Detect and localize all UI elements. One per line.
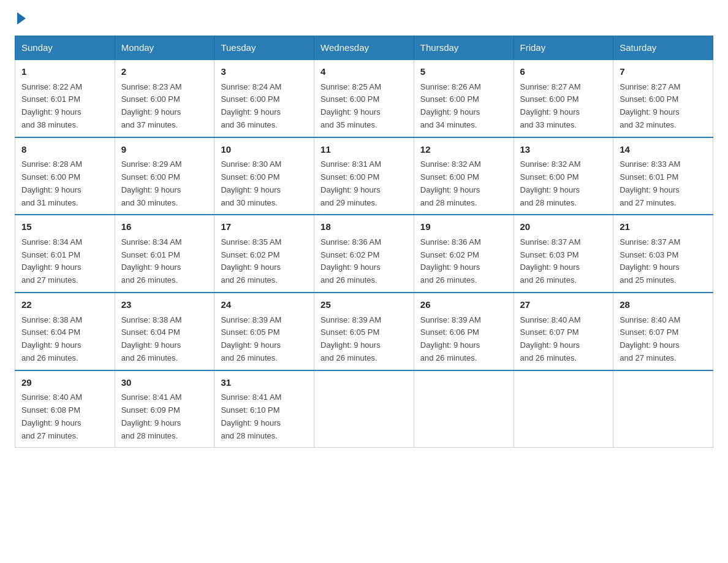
calendar-cell: 8Sunrise: 8:28 AMSunset: 6:00 PMDaylight… — [15, 137, 115, 215]
logo — [15, 15, 26, 25]
calendar-day-header: Sunday — [15, 36, 115, 60]
calendar-table: SundayMondayTuesdayWednesdayThursdayFrid… — [15, 36, 713, 448]
day-info: Sunrise: 8:41 AMSunset: 6:09 PMDaylight:… — [121, 391, 208, 442]
calendar-cell: 21Sunrise: 8:37 AMSunset: 6:03 PMDayligh… — [613, 215, 713, 293]
day-number: 1 — [21, 65, 108, 79]
calendar-cell: 17Sunrise: 8:35 AMSunset: 6:02 PMDayligh… — [214, 215, 314, 293]
day-info: Sunrise: 8:37 AMSunset: 6:03 PMDaylight:… — [620, 236, 707, 287]
day-info: Sunrise: 8:32 AMSunset: 6:00 PMDaylight:… — [420, 158, 507, 209]
calendar-day-header: Thursday — [414, 36, 514, 60]
day-info: Sunrise: 8:39 AMSunset: 6:05 PMDaylight:… — [221, 314, 308, 365]
calendar-cell: 28Sunrise: 8:40 AMSunset: 6:07 PMDayligh… — [613, 293, 713, 370]
day-info: Sunrise: 8:40 AMSunset: 6:07 PMDaylight:… — [520, 314, 607, 365]
day-info: Sunrise: 8:41 AMSunset: 6:10 PMDaylight:… — [221, 391, 308, 442]
calendar-cell: 24Sunrise: 8:39 AMSunset: 6:05 PMDayligh… — [214, 293, 314, 370]
day-info: Sunrise: 8:25 AMSunset: 6:00 PMDaylight:… — [320, 81, 408, 132]
day-number: 15 — [21, 220, 108, 234]
calendar-week-row: 1Sunrise: 8:22 AMSunset: 6:01 PMDaylight… — [15, 59, 713, 137]
calendar-cell: 22Sunrise: 8:38 AMSunset: 6:04 PMDayligh… — [15, 293, 115, 370]
calendar-cell: 15Sunrise: 8:34 AMSunset: 6:01 PMDayligh… — [15, 215, 115, 293]
calendar-cell: 1Sunrise: 8:22 AMSunset: 6:01 PMDaylight… — [15, 59, 115, 137]
calendar-day-header: Tuesday — [214, 36, 314, 60]
day-number: 19 — [420, 220, 507, 234]
page-header — [15, 15, 713, 25]
day-number: 24 — [221, 298, 308, 312]
day-info: Sunrise: 8:27 AMSunset: 6:00 PMDaylight:… — [520, 81, 607, 132]
day-info: Sunrise: 8:28 AMSunset: 6:00 PMDaylight:… — [21, 158, 108, 209]
calendar-cell: 27Sunrise: 8:40 AMSunset: 6:07 PMDayligh… — [514, 293, 613, 370]
calendar-cell: 20Sunrise: 8:37 AMSunset: 6:03 PMDayligh… — [514, 215, 613, 293]
day-info: Sunrise: 8:26 AMSunset: 6:00 PMDaylight:… — [420, 81, 507, 132]
day-number: 12 — [420, 143, 507, 157]
day-number: 21 — [620, 220, 707, 234]
calendar-week-row: 8Sunrise: 8:28 AMSunset: 6:00 PMDaylight… — [15, 137, 713, 215]
day-info: Sunrise: 8:23 AMSunset: 6:00 PMDaylight:… — [121, 81, 208, 132]
calendar-cell: 5Sunrise: 8:26 AMSunset: 6:00 PMDaylight… — [414, 59, 514, 137]
day-number: 7 — [620, 65, 707, 79]
calendar-cell: 18Sunrise: 8:36 AMSunset: 6:02 PMDayligh… — [314, 215, 414, 293]
calendar-cell: 11Sunrise: 8:31 AMSunset: 6:00 PMDayligh… — [314, 137, 414, 215]
day-number: 25 — [320, 298, 408, 312]
day-number: 20 — [520, 220, 607, 234]
calendar-cell: 12Sunrise: 8:32 AMSunset: 6:00 PMDayligh… — [414, 137, 514, 215]
day-number: 26 — [420, 298, 507, 312]
day-number: 28 — [620, 298, 707, 312]
day-info: Sunrise: 8:32 AMSunset: 6:00 PMDaylight:… — [520, 158, 607, 209]
day-info: Sunrise: 8:30 AMSunset: 6:00 PMDaylight:… — [221, 158, 308, 209]
day-info: Sunrise: 8:22 AMSunset: 6:01 PMDaylight:… — [21, 81, 108, 132]
calendar-day-header: Friday — [514, 36, 613, 60]
calendar-cell: 16Sunrise: 8:34 AMSunset: 6:01 PMDayligh… — [115, 215, 214, 293]
day-info: Sunrise: 8:36 AMSunset: 6:02 PMDaylight:… — [320, 236, 408, 287]
calendar-cell: 19Sunrise: 8:36 AMSunset: 6:02 PMDayligh… — [414, 215, 514, 293]
day-info: Sunrise: 8:34 AMSunset: 6:01 PMDaylight:… — [21, 236, 108, 287]
calendar-cell — [314, 370, 414, 448]
day-info: Sunrise: 8:35 AMSunset: 6:02 PMDaylight:… — [221, 236, 308, 287]
day-info: Sunrise: 8:38 AMSunset: 6:04 PMDaylight:… — [21, 314, 108, 365]
day-number: 14 — [620, 143, 707, 157]
calendar-week-row: 22Sunrise: 8:38 AMSunset: 6:04 PMDayligh… — [15, 293, 713, 370]
day-number: 9 — [121, 143, 208, 157]
day-number: 3 — [221, 65, 308, 79]
day-number: 29 — [21, 376, 108, 390]
calendar-header-row: SundayMondayTuesdayWednesdayThursdayFrid… — [15, 36, 713, 60]
calendar-cell: 4Sunrise: 8:25 AMSunset: 6:00 PMDaylight… — [314, 59, 414, 137]
day-info: Sunrise: 8:38 AMSunset: 6:04 PMDaylight:… — [121, 314, 208, 365]
calendar-cell: 23Sunrise: 8:38 AMSunset: 6:04 PMDayligh… — [115, 293, 214, 370]
calendar-cell: 10Sunrise: 8:30 AMSunset: 6:00 PMDayligh… — [214, 137, 314, 215]
calendar-cell: 29Sunrise: 8:40 AMSunset: 6:08 PMDayligh… — [15, 370, 115, 448]
day-info: Sunrise: 8:29 AMSunset: 6:00 PMDaylight:… — [121, 158, 208, 209]
calendar-cell: 3Sunrise: 8:24 AMSunset: 6:00 PMDaylight… — [214, 59, 314, 137]
day-info: Sunrise: 8:39 AMSunset: 6:05 PMDaylight:… — [320, 314, 408, 365]
day-info: Sunrise: 8:33 AMSunset: 6:01 PMDaylight:… — [620, 158, 707, 209]
day-info: Sunrise: 8:31 AMSunset: 6:00 PMDaylight:… — [320, 158, 408, 209]
day-number: 30 — [121, 376, 208, 390]
calendar-cell — [514, 370, 613, 448]
day-number: 8 — [21, 143, 108, 157]
day-number: 4 — [320, 65, 408, 79]
day-number: 13 — [520, 143, 607, 157]
day-info: Sunrise: 8:27 AMSunset: 6:00 PMDaylight:… — [620, 81, 707, 132]
day-info: Sunrise: 8:40 AMSunset: 6:08 PMDaylight:… — [21, 391, 108, 442]
day-number: 22 — [21, 298, 108, 312]
calendar-day-header: Wednesday — [314, 36, 414, 60]
calendar-cell: 25Sunrise: 8:39 AMSunset: 6:05 PMDayligh… — [314, 293, 414, 370]
logo-icon — [17, 12, 26, 25]
calendar-cell: 9Sunrise: 8:29 AMSunset: 6:00 PMDaylight… — [115, 137, 214, 215]
calendar-cell: 30Sunrise: 8:41 AMSunset: 6:09 PMDayligh… — [115, 370, 214, 448]
day-number: 2 — [121, 65, 208, 79]
calendar-week-row: 29Sunrise: 8:40 AMSunset: 6:08 PMDayligh… — [15, 370, 713, 448]
calendar-cell: 6Sunrise: 8:27 AMSunset: 6:00 PMDaylight… — [514, 59, 613, 137]
day-number: 18 — [320, 220, 408, 234]
day-info: Sunrise: 8:24 AMSunset: 6:00 PMDaylight:… — [221, 81, 308, 132]
day-number: 16 — [121, 220, 208, 234]
day-info: Sunrise: 8:36 AMSunset: 6:02 PMDaylight:… — [420, 236, 507, 287]
calendar-cell — [613, 370, 713, 448]
day-info: Sunrise: 8:40 AMSunset: 6:07 PMDaylight:… — [620, 314, 707, 365]
calendar-day-header: Monday — [115, 36, 214, 60]
calendar-cell: 2Sunrise: 8:23 AMSunset: 6:00 PMDaylight… — [115, 59, 214, 137]
day-info: Sunrise: 8:39 AMSunset: 6:06 PMDaylight:… — [420, 314, 507, 365]
day-number: 5 — [420, 65, 507, 79]
calendar-cell: 13Sunrise: 8:32 AMSunset: 6:00 PMDayligh… — [514, 137, 613, 215]
day-number: 31 — [221, 376, 308, 390]
calendar-cell: 7Sunrise: 8:27 AMSunset: 6:00 PMDaylight… — [613, 59, 713, 137]
